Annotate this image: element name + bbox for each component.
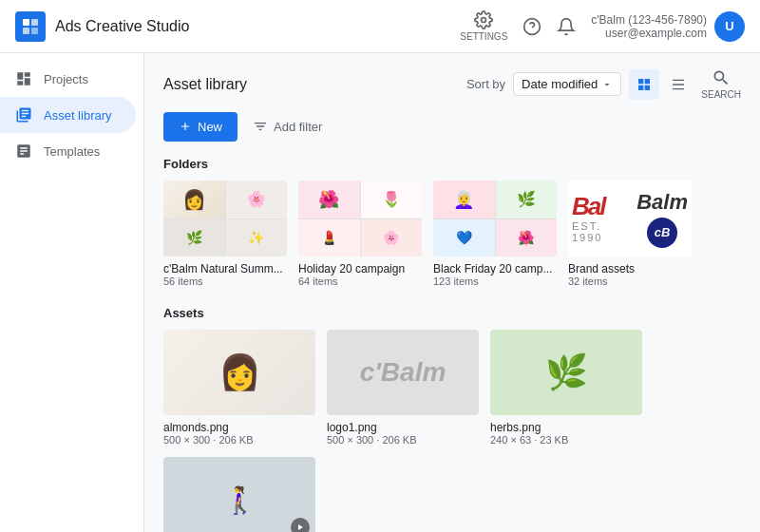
folders-section: Folders 👩 🌸 🌿 xyxy=(163,157,741,287)
filter-icon xyxy=(253,119,268,134)
thumb-cell: 🌸 xyxy=(226,180,288,218)
user-email: user@example.com xyxy=(591,27,707,40)
sort-controls: Sort by Date modified xyxy=(466,72,621,96)
folder-count-3: 123 items xyxy=(433,276,557,287)
folder-thumb-2: 🌺 🌷 💄 🌸 xyxy=(298,180,422,256)
svg-rect-0 xyxy=(23,19,29,26)
folder-name-1: c'Balm Natural Summ... xyxy=(163,262,287,276)
sidebar-item-projects-label: Projects xyxy=(44,72,88,86)
asset-meta-logo: 500 × 300 · 206 KB xyxy=(327,434,479,446)
folder-thumb-1: 👩 🌸 🌿 ✨ xyxy=(163,180,287,256)
notifications-button[interactable] xyxy=(557,17,576,36)
main-layout: Projects Asset library Templates Asset l… xyxy=(0,53,760,532)
asset-thumb-herbs: 🌿 xyxy=(490,330,642,415)
assets-section-title: Assets xyxy=(163,306,741,320)
sort-option: Date modified xyxy=(522,77,598,91)
page-title: Asset library xyxy=(163,76,247,93)
asset-name-logo: logo1.png xyxy=(327,421,479,434)
asset-thumb-almonds: 👩 xyxy=(163,330,315,415)
table-view-button[interactable] xyxy=(663,69,694,100)
user-avatar[interactable]: U xyxy=(714,11,745,42)
assets-section: Assets 👩 almonds.png 500 × 300 · 206 KB … xyxy=(163,306,741,532)
asset-thumb-logo: c'Balm xyxy=(327,330,479,415)
folder-thumb-3: 👩‍🦳 🌿 💙 🌺 xyxy=(433,180,557,256)
asset-card-logo[interactable]: c'Balm logo1.png 500 × 300 · 206 KB xyxy=(327,330,479,446)
sidebar-item-templates-label: Templates xyxy=(44,144,100,159)
svg-rect-1 xyxy=(31,19,38,26)
action-bar: New Add filter xyxy=(163,111,741,142)
person-icon: 👩 xyxy=(218,352,261,392)
folder-thumb-4: Bal EST. 1990 Balm cB xyxy=(568,180,692,256)
settings-label: SETTINGS xyxy=(460,31,507,42)
grid-view-button[interactable] xyxy=(629,69,659,100)
user-name: c'Balm (123-456-7890) xyxy=(591,13,707,27)
top-nav-actions: SETTINGS c'Balm (123-456-7890) user@exam… xyxy=(460,10,745,42)
user-info: c'Balm (123-456-7890) user@example.com U xyxy=(591,11,745,42)
filter-button-label: Add filter xyxy=(274,120,322,134)
plus-icon xyxy=(179,120,192,133)
asset-card-walk[interactable]: 🚶‍♀️ c'Balm_walk.mp4 00:15 · 240 × 63 · … xyxy=(163,457,315,532)
thumb-cell: 🌷 xyxy=(361,180,423,218)
folder-card-1[interactable]: 👩 🌸 🌿 ✨ c'Balm Natural Summ... 56 xyxy=(163,180,287,287)
new-button[interactable]: New xyxy=(163,112,238,142)
thumb-cell: 🌿 xyxy=(496,180,558,218)
sidebar: Projects Asset library Templates xyxy=(0,53,144,532)
sort-by-label: Sort by xyxy=(466,77,505,91)
asset-thumb-walk: 🚶‍♀️ xyxy=(163,457,315,532)
thumb-cell: 👩‍🦳 xyxy=(433,180,495,218)
sidebar-item-projects[interactable]: Projects xyxy=(0,61,136,97)
asset-card-herbs[interactable]: 🌿 herbs.png 240 × 63 · 23 KB xyxy=(490,330,642,446)
svg-point-4 xyxy=(482,18,486,23)
content-header: Asset library Sort by Date modified xyxy=(163,68,741,100)
main-content: Asset library Sort by Date modified xyxy=(144,53,760,532)
sort-chevron-icon xyxy=(601,79,613,90)
folder-count-1: 56 items xyxy=(163,276,287,287)
view-toggle xyxy=(629,69,694,100)
asset-grid: 👩 almonds.png 500 × 300 · 206 KB c'Balm … xyxy=(163,330,741,532)
thumb-cell: 🌸 xyxy=(361,219,423,257)
folder-name-2: Holiday 20 campaign xyxy=(298,262,422,276)
filter-button[interactable]: Add filter xyxy=(245,111,330,142)
search-label: SEARCH xyxy=(701,89,741,100)
folder-card-2[interactable]: 🌺 🌷 💄 🌸 Holiday 20 campaign 64 i xyxy=(298,180,422,287)
folder-card-4[interactable]: Bal EST. 1990 Balm cB Brand assets 32 it… xyxy=(568,180,692,287)
svg-rect-3 xyxy=(31,28,38,34)
folder-name-4: Brand assets xyxy=(568,262,692,276)
search-icon xyxy=(712,68,731,87)
search-button[interactable]: SEARCH xyxy=(701,68,741,100)
sidebar-item-templates[interactable]: Templates xyxy=(0,133,136,169)
thumb-cell: 🌺 xyxy=(298,180,360,218)
settings-button[interactable]: SETTINGS xyxy=(460,10,507,42)
thumb-cell: 👩 xyxy=(163,180,225,218)
asset-name-herbs: herbs.png xyxy=(490,421,642,434)
sidebar-item-asset-library-label: Asset library xyxy=(44,108,112,123)
folder-name-3: Black Friday 20 camp... xyxy=(433,262,557,276)
new-button-label: New xyxy=(198,120,222,134)
thumb-cell: 🌿 xyxy=(163,219,225,257)
folders-section-title: Folders xyxy=(163,157,741,171)
top-nav: Ads Creative Studio SETTINGS c'B xyxy=(0,0,760,53)
svg-marker-7 xyxy=(298,524,303,530)
asset-meta-herbs: 240 × 63 · 23 KB xyxy=(490,434,642,446)
video-walk-icon: 🚶‍♀️ xyxy=(223,484,256,516)
herbs-icon: 🌿 xyxy=(545,352,588,392)
play-icon xyxy=(291,518,310,532)
thumb-cell: ✨ xyxy=(226,219,288,257)
thumb-cell: 🌺 xyxy=(496,219,558,257)
asset-card-almonds[interactable]: 👩 almonds.png 500 × 300 · 206 KB xyxy=(163,330,315,446)
thumb-cell: 💙 xyxy=(433,219,495,257)
thumb-cell: 💄 xyxy=(298,219,360,257)
folder-count-2: 64 items xyxy=(298,276,422,287)
folder-count-4: 32 items xyxy=(568,276,692,287)
sort-select[interactable]: Date modified xyxy=(513,72,621,96)
folder-grid: 👩 🌸 🌿 ✨ c'Balm Natural Summ... 56 xyxy=(163,180,741,287)
svg-rect-2 xyxy=(23,28,29,34)
app-branding: Ads Creative Studio xyxy=(15,11,189,42)
sidebar-item-asset-library[interactable]: Asset library xyxy=(0,97,136,133)
asset-name-almonds: almonds.png xyxy=(163,421,315,434)
asset-meta-almonds: 500 × 300 · 206 KB xyxy=(163,434,315,446)
folder-card-3[interactable]: 👩‍🦳 🌿 💙 🌺 Black Friday 20 camp... xyxy=(433,180,557,287)
help-button[interactable] xyxy=(522,17,542,36)
app-logo xyxy=(15,11,46,42)
logo-icon: c'Balm xyxy=(360,357,446,388)
